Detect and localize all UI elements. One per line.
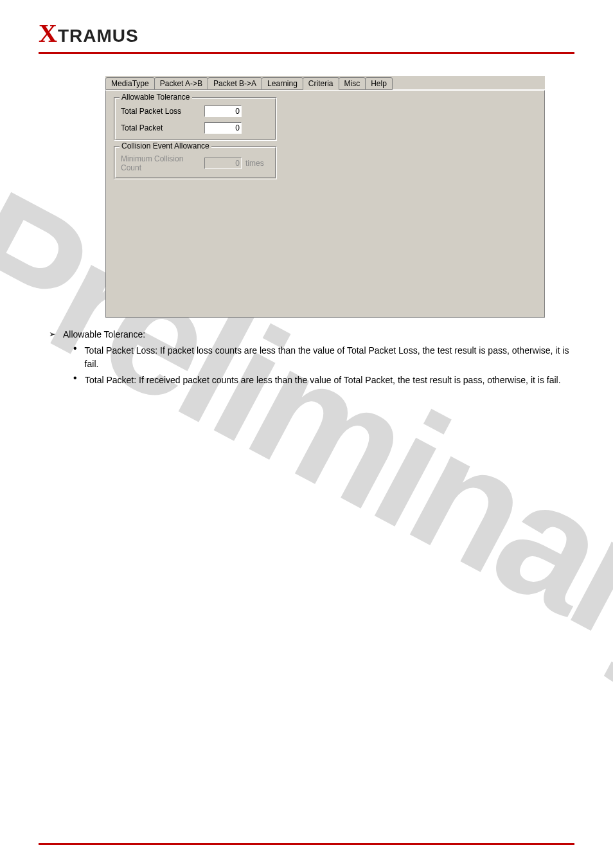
tab-misc[interactable]: Misc — [339, 77, 366, 90]
input-min-collision-count — [204, 158, 242, 169]
group-collision-title: Collision Event Allowance — [120, 141, 211, 150]
tab-criteria[interactable]: Criteria — [303, 77, 339, 90]
text-allowable-heading: Allowable Tolerance: — [63, 328, 145, 341]
tab-packet-b-a[interactable]: Packet B->A — [208, 77, 262, 90]
text-total-packet-loss: Total Packet Loss: If packet loss counts… — [85, 344, 574, 371]
label-min-collision-count: Minimum Collision Count — [121, 154, 204, 172]
input-total-packet[interactable] — [204, 122, 242, 134]
tab-mediatype[interactable]: MediaType — [105, 77, 155, 90]
input-total-packet-loss[interactable] — [204, 105, 242, 117]
bullet-total-packet-loss: • Total Packet Loss: If packet loss coun… — [73, 344, 574, 371]
bullet-icon: • — [73, 374, 85, 387]
tab-learning[interactable]: Learning — [262, 77, 303, 90]
brand-logo-rest: TRAMUS — [58, 26, 139, 46]
header-divider — [39, 52, 574, 54]
tab-body-criteria: Allowable Tolerance Total Packet Loss To… — [105, 90, 545, 318]
group-allowable-title: Allowable Tolerance — [120, 93, 192, 102]
text-total-packet: Total Packet: If received packet counts … — [85, 374, 561, 387]
bullet-allowable-heading: ➢ Allowable Tolerance: — [49, 328, 574, 341]
tab-strip: MediaType Packet A->B Packet B->A Learni… — [105, 76, 545, 90]
footer-divider — [39, 843, 574, 845]
brand-logo-x: X — [39, 18, 57, 48]
tab-packet-a-b[interactable]: Packet A->B — [154, 77, 208, 90]
bullet-icon: • — [73, 344, 85, 371]
brand-logo: X TRAMUS — [39, 18, 574, 48]
dialog-screenshot: MediaType Packet A->B Packet B->A Learni… — [105, 76, 545, 318]
bullet-total-packet: • Total Packet: If received packet count… — [73, 374, 574, 387]
chevron-right-icon: ➢ — [49, 328, 63, 341]
group-allowable-tolerance: Allowable Tolerance Total Packet Loss To… — [114, 97, 277, 141]
tab-help[interactable]: Help — [365, 77, 393, 90]
label-total-packet: Total Packet — [121, 123, 204, 132]
label-total-packet-loss: Total Packet Loss — [121, 107, 204, 116]
label-unit-times: times — [245, 159, 264, 168]
group-collision-allowance: Collision Event Allowance Minimum Collis… — [114, 146, 277, 179]
body-text: ➢ Allowable Tolerance: • Total Packet Lo… — [39, 328, 574, 387]
